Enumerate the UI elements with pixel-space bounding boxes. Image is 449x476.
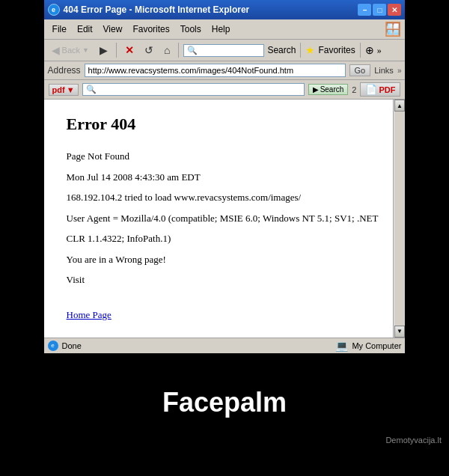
error-title: Error 404 [67,115,379,134]
scrollbar-up-button[interactable]: ▲ [394,100,405,112]
refresh-button[interactable]: ↺ [141,42,157,58]
toolbar-search-label: Search [267,45,296,55]
content-area: Error 404 Page Not Found Mon Jul 14 2008… [44,100,394,338]
content-wrapper: Error 404 Page Not Found Mon Jul 14 2008… [44,100,406,338]
favorites-star-icon: ★ [305,44,315,56]
ip-text: 168.192.104.2 tried to load www.revacsys… [67,190,379,205]
go-button[interactable]: Go [349,64,371,76]
home-button[interactable]: ⌂ [160,42,174,58]
bottom-area: Facepalm Demotyvacija.lt [0,353,449,448]
pdf-search-icon: 🔍 [86,85,97,94]
pdf-search-input[interactable] [99,85,301,94]
browser-window: e 404 Error Page - Microsoft Internet Ex… [44,0,406,353]
links-chevron-icon: » [397,67,402,75]
menu-view[interactable]: View [99,22,127,36]
title-bar-left: e 404 Error Page - Microsoft Internet Ex… [48,4,250,16]
toolbar-search-input[interactable] [201,46,260,55]
home-page-link[interactable]: Home Page [67,309,112,320]
visit-text: Visit [67,272,379,287]
pdf-doc-button[interactable]: 📄 PDF [360,82,400,97]
favorites-label: Favorites [318,45,355,55]
scrollbar-track [394,112,405,326]
caption-text: Facepalm [162,387,287,418]
computer-icon: 💻 [335,340,348,352]
forward-button[interactable]: ▶ [96,42,112,58]
pdf-toolbar: pdf ▼ 🔍 ▶ Search 2 📄 PDF [44,80,406,100]
pdf-doc-icon: 📄 [365,84,377,95]
pdf-doc-label: PDF [379,85,395,94]
close-button[interactable]: ✕ [388,4,401,16]
pdf-dropdown-icon: ▼ [67,85,75,94]
toolbar-search-box: 🔍 [183,44,264,57]
watermark-text: Demotyvacija.lt [385,436,442,445]
pdf-count-label: 2 [352,85,356,94]
ie-logo-icon: e [48,4,60,16]
toolbar: ◀ Back ▼ ▶ ✕ ↺ ⌂ 🔍 Search ★ Favorites ⊕ … [44,40,406,61]
scrollbar-down-button[interactable]: ▼ [394,326,405,338]
maximize-button[interactable]: □ [373,4,386,16]
separator-3 [300,43,301,58]
back-label: Back [62,46,80,55]
window-title: 404 Error Page - Microsoft Internet Expl… [64,4,250,15]
user-agent-cont: CLR 1.1.4322; InfoPath.1) [67,231,379,246]
menu-bar: File Edit View Favorites Tools Help 🪟 [44,19,406,40]
wrong-page-text: You are in a Wrong page! [67,252,379,267]
user-agent-text: User Agent = Mozilla/4.0 (compatible; MS… [67,211,379,226]
status-right: 💻 My Computer [335,340,401,352]
status-left: e Done [48,341,82,351]
toolbar-search-icon: 🔍 [187,46,198,55]
address-bar: Address Go Links » [44,61,406,80]
address-label: Address [48,65,81,76]
pdf-search-go-button[interactable]: ▶ Search [308,84,349,95]
pdf-button[interactable]: pdf ▼ [49,84,79,96]
separator-2 [178,43,179,58]
title-bar: e 404 Error Page - Microsoft Internet Ex… [44,0,406,19]
media-button[interactable]: ⊕ [365,44,374,56]
minimize-button[interactable]: – [358,4,371,16]
pdf-label: pdf [52,85,65,94]
caption-area: Facepalm [0,368,449,426]
address-input[interactable] [85,64,346,77]
stop-button[interactable]: ✕ [121,42,138,58]
status-text: Done [62,341,82,350]
scrollbar[interactable]: ▲ ▼ [393,100,405,338]
back-arrow-icon: ◀ [52,44,60,56]
timestamp-text: Mon Jul 14 2008 4:43:30 am EDT [67,170,379,185]
window-controls: – □ ✕ [358,4,401,16]
pdf-search-label: Search [320,85,344,94]
pdf-search-arrow-icon: ▶ [313,85,319,94]
separator-1 [116,43,117,58]
back-button[interactable]: ◀ Back ▼ [48,42,93,58]
menu-help[interactable]: Help [207,22,235,36]
menu-tools[interactable]: Tools [176,22,206,36]
links-label: Links [374,66,394,75]
pdf-search-box: 🔍 [82,83,305,96]
menu-favorites[interactable]: Favorites [128,22,174,36]
history-button[interactable]: » [377,45,382,56]
menu-file[interactable]: File [48,22,71,36]
separator-4 [360,43,361,58]
menu-edit[interactable]: Edit [73,22,97,36]
error-body: Page Not Found Mon Jul 14 2008 4:43:30 a… [67,149,379,323]
status-bar: e Done 💻 My Computer [44,338,406,353]
page-not-found-text: Page Not Found [67,149,379,164]
done-status-icon: e [48,341,58,351]
computer-text: My Computer [352,341,401,350]
back-dropdown-icon: ▼ [82,46,89,54]
